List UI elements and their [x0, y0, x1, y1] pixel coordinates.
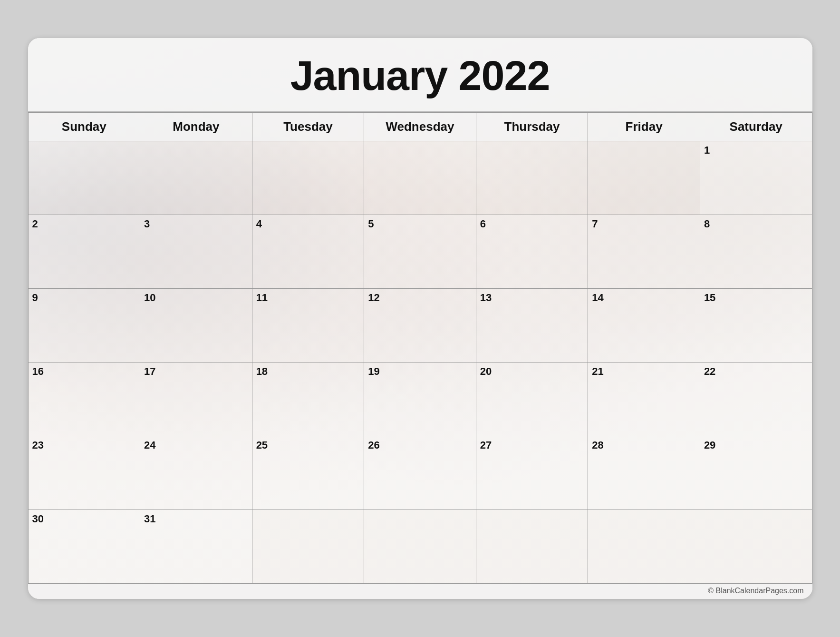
day-number: 21	[592, 365, 696, 378]
day-number: 4	[256, 218, 360, 230]
day-cell: 18	[252, 363, 364, 436]
day-cell: 11	[252, 289, 364, 363]
day-cell: 30	[28, 510, 140, 584]
day-cell: 17	[140, 363, 252, 436]
day-number: 6	[480, 218, 584, 230]
day-cell	[700, 510, 812, 584]
day-number: 1	[704, 144, 808, 157]
day-number: 22	[704, 365, 808, 378]
calendar-grid: Sunday Monday Tuesday Wednesday Thursday…	[28, 112, 812, 584]
col-wednesday: Wednesday	[364, 113, 476, 141]
day-cell: 21	[588, 363, 700, 436]
day-number: 15	[704, 292, 808, 304]
day-cell: 2	[28, 215, 140, 289]
day-cell	[476, 510, 588, 584]
day-cell: 8	[700, 215, 812, 289]
day-number: 11	[256, 292, 360, 304]
day-number: 28	[592, 439, 696, 451]
day-cell: 27	[476, 436, 588, 510]
day-number: 31	[144, 513, 248, 525]
day-cell	[252, 141, 364, 215]
day-number: 12	[368, 292, 472, 304]
col-tuesday: Tuesday	[252, 113, 364, 141]
week-row-3: 9101112131415	[28, 289, 812, 363]
day-number: 9	[32, 292, 136, 304]
day-cell: 28	[588, 436, 700, 510]
day-number: 14	[592, 292, 696, 304]
calendar-container: January 2022 Sunday Monday Tuesday Wedne…	[28, 38, 812, 599]
day-cell: 6	[476, 215, 588, 289]
day-cell: 20	[476, 363, 588, 436]
day-number: 29	[704, 439, 808, 451]
day-cell: 26	[364, 436, 476, 510]
day-cell: 3	[140, 215, 252, 289]
day-number: 2	[32, 218, 136, 230]
footer-credit: © BlankCalendarPages.com	[28, 584, 812, 599]
week-row-1: 1	[28, 141, 812, 215]
day-cell: 7	[588, 215, 700, 289]
col-friday: Friday	[588, 113, 700, 141]
calendar-header: January 2022	[28, 38, 812, 112]
day-cell: 4	[252, 215, 364, 289]
day-cell	[364, 510, 476, 584]
day-cell: 25	[252, 436, 364, 510]
day-cell: 9	[28, 289, 140, 363]
day-cell: 14	[588, 289, 700, 363]
day-cell: 10	[140, 289, 252, 363]
calendar-body: 1234567891011121314151617181920212223242…	[28, 141, 812, 584]
day-number: 27	[480, 439, 584, 451]
day-number: 7	[592, 218, 696, 230]
day-cell: 15	[700, 289, 812, 363]
day-cell	[364, 141, 476, 215]
day-number: 16	[32, 365, 136, 378]
day-number: 30	[32, 513, 136, 525]
calendar-title: January 2022	[28, 51, 812, 100]
day-cell	[28, 141, 140, 215]
day-number: 26	[368, 439, 472, 451]
day-cell: 22	[700, 363, 812, 436]
day-cell: 12	[364, 289, 476, 363]
day-number: 19	[368, 365, 472, 378]
day-cell: 5	[364, 215, 476, 289]
day-number: 18	[256, 365, 360, 378]
day-cell	[588, 141, 700, 215]
day-cell: 24	[140, 436, 252, 510]
day-cell: 16	[28, 363, 140, 436]
day-cell	[140, 141, 252, 215]
day-cell: 29	[700, 436, 812, 510]
day-number: 25	[256, 439, 360, 451]
days-of-week-row: Sunday Monday Tuesday Wednesday Thursday…	[28, 113, 812, 141]
week-row-6: 3031	[28, 510, 812, 584]
day-number: 3	[144, 218, 248, 230]
day-number: 5	[368, 218, 472, 230]
day-number: 23	[32, 439, 136, 451]
col-thursday: Thursday	[476, 113, 588, 141]
day-number: 17	[144, 365, 248, 378]
day-number: 13	[480, 292, 584, 304]
day-number: 8	[704, 218, 808, 230]
day-cell: 23	[28, 436, 140, 510]
col-monday: Monday	[140, 113, 252, 141]
day-number: 10	[144, 292, 248, 304]
day-cell	[476, 141, 588, 215]
day-number: 20	[480, 365, 584, 378]
day-cell	[252, 510, 364, 584]
day-cell: 31	[140, 510, 252, 584]
day-cell	[588, 510, 700, 584]
week-row-2: 2345678	[28, 215, 812, 289]
day-number: 24	[144, 439, 248, 451]
day-cell: 13	[476, 289, 588, 363]
col-sunday: Sunday	[28, 113, 140, 141]
col-saturday: Saturday	[700, 113, 812, 141]
day-cell: 19	[364, 363, 476, 436]
week-row-5: 23242526272829	[28, 436, 812, 510]
day-cell: 1	[700, 141, 812, 215]
week-row-4: 16171819202122	[28, 363, 812, 436]
